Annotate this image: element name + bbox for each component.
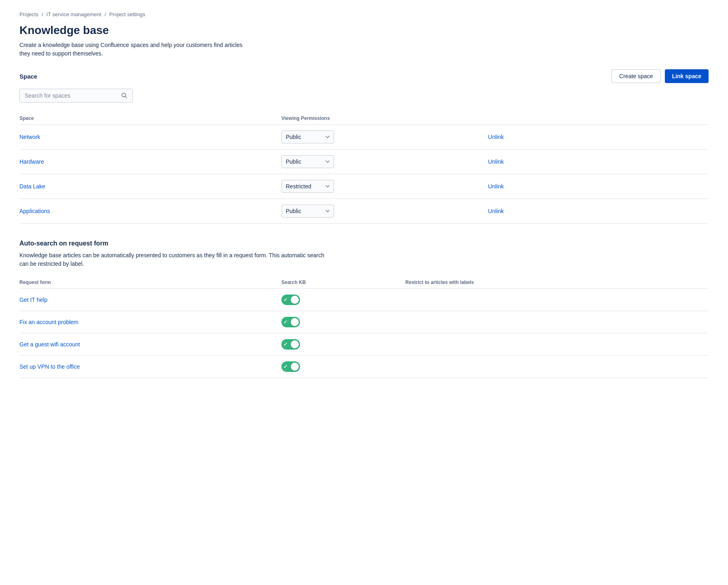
breadcrumb-project-settings[interactable]: Project settings (109, 11, 145, 17)
req-col-form: Request form (19, 276, 281, 289)
space-section-label: Space (19, 73, 37, 80)
auto-search-description: Knowledge base articles can be automatic… (19, 251, 327, 268)
table-row: Data LakePublicRestrictedUnlink (19, 174, 709, 199)
space-name-link[interactable]: Applications (19, 208, 50, 214)
search-spaces-input[interactable] (25, 92, 121, 99)
unlink-button[interactable]: Unlink (488, 134, 504, 140)
breadcrumb-sep-1: / (42, 11, 43, 17)
permission-select[interactable]: PublicRestricted (281, 155, 334, 168)
table-row: ApplicationsPublicRestrictedUnlink (19, 199, 709, 224)
link-space-button[interactable]: Link space (665, 69, 709, 83)
breadcrumb-itsm[interactable]: IT service management (47, 11, 102, 17)
spaces-table: Space Viewing Permissions NetworkPublicR… (19, 112, 709, 224)
table-row: HardwarePublicRestrictedUnlink (19, 149, 709, 174)
auto-search-section: Auto-search on request form Knowledge ba… (19, 240, 709, 378)
space-name-link[interactable]: Data Lake (19, 183, 45, 190)
request-form-link[interactable]: Get a guest wifi account (19, 341, 80, 348)
search-kb-toggle[interactable]: ✓ (281, 295, 300, 305)
search-kb-toggle[interactable]: ✓ (281, 361, 300, 372)
create-space-button[interactable]: Create space (611, 69, 660, 83)
request-form-link[interactable]: Set up VPN to the office (19, 363, 80, 370)
search-kb-toggle[interactable]: ✓ (281, 317, 300, 327)
permission-select[interactable]: PublicRestricted (281, 180, 334, 193)
breadcrumb-sep-2: / (104, 11, 106, 17)
unlink-button[interactable]: Unlink (488, 183, 504, 190)
request-table: Request form Search KB Restrict to artic… (19, 276, 709, 378)
spaces-col-actions (488, 112, 709, 125)
space-actions: Create space Link space (611, 69, 709, 83)
space-name-link[interactable]: Hardware (19, 158, 44, 165)
auto-search-title: Auto-search on request form (19, 240, 709, 247)
breadcrumb: Projects / IT service management / Proje… (19, 11, 709, 17)
breadcrumb-projects[interactable]: Projects (19, 11, 38, 17)
permission-select[interactable]: PublicRestricted (281, 130, 334, 143)
table-row: Get IT help✓ (19, 289, 709, 311)
page-description: Create a knowledge base using Confluence… (19, 41, 246, 58)
request-form-link[interactable]: Fix an account problem (19, 319, 79, 325)
req-col-restrict: Restrict to articles with labels (405, 276, 709, 289)
spaces-col-space: Space (19, 112, 281, 125)
table-row: Set up VPN to the office✓ (19, 356, 709, 378)
spaces-col-permissions: Viewing Permissions (281, 112, 488, 125)
search-spaces-container (19, 89, 133, 102)
search-kb-toggle[interactable]: ✓ (281, 339, 300, 350)
space-name-link[interactable]: Network (19, 134, 40, 140)
permission-select[interactable]: PublicRestricted (281, 205, 334, 218)
table-row: Get a guest wifi account✓ (19, 333, 709, 356)
unlink-button[interactable]: Unlink (488, 158, 504, 165)
search-icon (121, 92, 128, 99)
page-title: Knowledge base (19, 24, 709, 37)
table-row: Fix an account problem✓ (19, 311, 709, 333)
table-row: NetworkPublicRestrictedUnlink (19, 125, 709, 149)
unlink-button[interactable]: Unlink (488, 208, 504, 214)
req-col-search: Search KB (281, 276, 405, 289)
request-form-link[interactable]: Get IT help (19, 297, 47, 303)
